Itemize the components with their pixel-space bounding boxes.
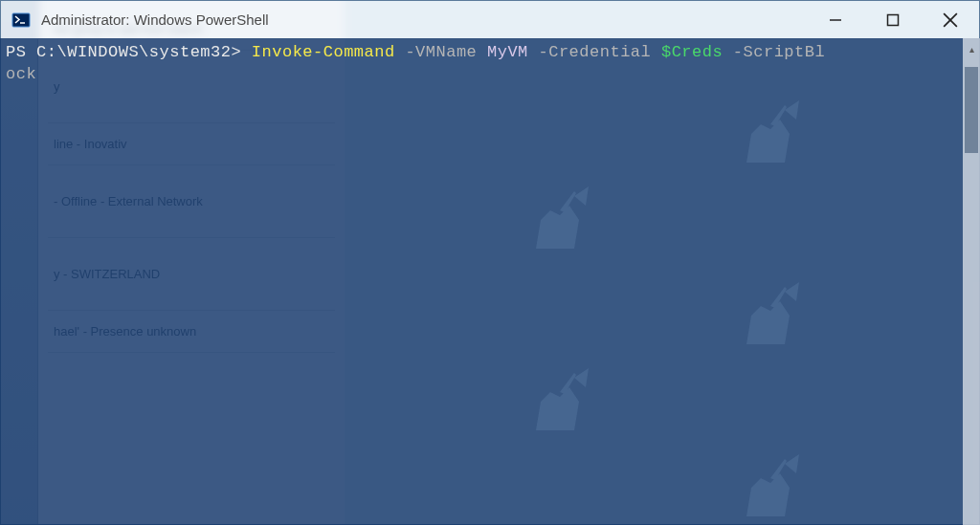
close-button[interactable] <box>922 1 979 39</box>
maximize-button[interactable] <box>864 1 922 39</box>
param-scriptblock-2: ock <box>6 65 36 83</box>
svg-rect-0 <box>12 13 30 27</box>
param-vmname: -VMName <box>405 43 477 61</box>
terminal-body[interactable] <box>0 38 980 525</box>
terminal-content[interactable]: PS C:\WINDOWS\system32> Invoke-Command -… <box>6 42 961 86</box>
var-creds: $Creds <box>661 43 723 61</box>
svg-rect-3 <box>888 15 899 26</box>
scroll-thumb[interactable] <box>965 67 978 153</box>
terminal-scrollbar[interactable]: ▴ <box>963 38 980 525</box>
param-credential: -Credential <box>539 43 652 61</box>
window-controls <box>807 1 979 39</box>
scroll-up-icon[interactable]: ▴ <box>963 44 980 55</box>
window-title: Administrator: Windows PowerShell <box>41 11 269 28</box>
prompt-text: PS C:\WINDOWS\system32> <box>6 43 241 61</box>
minimize-button[interactable] <box>807 1 864 39</box>
powershell-icon <box>11 10 32 31</box>
titlebar[interactable]: Administrator: Windows PowerShell <box>1 1 979 39</box>
cmdlet-text: Invoke-Command <box>252 43 395 61</box>
param-scriptblock-1: -ScriptBl <box>733 43 825 61</box>
arg-vmname: MyVM <box>487 43 528 61</box>
